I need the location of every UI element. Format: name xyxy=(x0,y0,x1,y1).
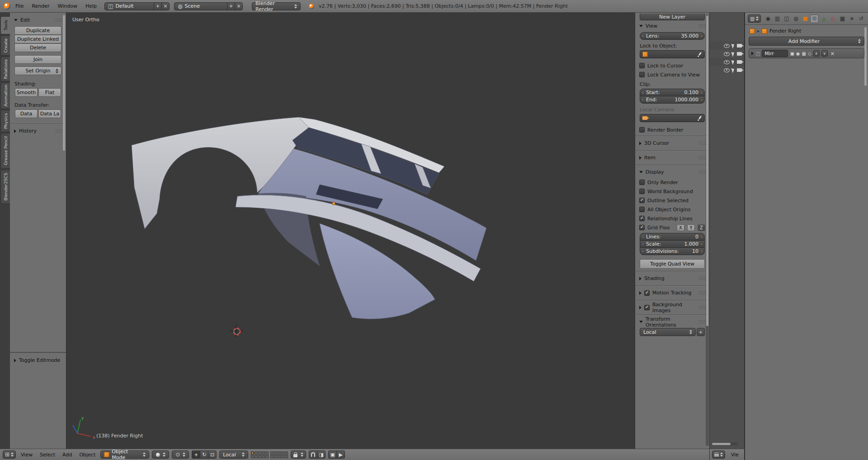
tab-scene[interactable]: ◫ xyxy=(783,14,791,23)
duplicate-linked-button[interactable]: Duplicate Linked xyxy=(14,35,61,43)
renderability-camera-icon[interactable] xyxy=(737,44,742,47)
layer-cell[interactable] xyxy=(278,451,281,455)
grid-scale-field[interactable]: Scale: 1.000 xyxy=(640,240,705,248)
grid-y-toggle[interactable]: Y xyxy=(687,224,695,231)
panel-header-3d-cursor[interactable]: 3D Cursor xyxy=(639,138,705,148)
editor-type-button[interactable]: ⊞ xyxy=(3,451,16,459)
modifier-move-up-button[interactable]: ∧ xyxy=(813,50,820,57)
modifier-editmode-toggle[interactable]: ▦ xyxy=(802,51,806,56)
rotate-manipulator-button[interactable]: ↻ xyxy=(200,451,208,459)
scale-manipulator-button[interactable]: ⊡ xyxy=(208,451,217,459)
panel-header-history[interactable]: History xyxy=(14,126,62,136)
outliner-row[interactable] xyxy=(710,66,744,74)
shade-smooth-button[interactable]: Smooth xyxy=(15,88,38,97)
tab-grease-pencil[interactable]: Grease Pencil xyxy=(0,133,10,169)
lock-to-object-field[interactable] xyxy=(640,50,705,58)
panel-drag-dots-icon[interactable] xyxy=(698,291,705,295)
panel-header-toggle-editmode[interactable]: Toggle Editmode xyxy=(14,356,62,365)
expand-modifier-triangle-icon[interactable] xyxy=(751,52,754,55)
mode-dropdown[interactable]: Object Mode xyxy=(100,451,149,459)
panel-header-shading[interactable]: Shading xyxy=(639,274,705,283)
tool-shelf-scrollbar[interactable] xyxy=(62,15,66,205)
checkbox[interactable] xyxy=(639,72,645,77)
layer-cell[interactable] xyxy=(265,451,269,455)
panel-drag-dots-icon[interactable] xyxy=(698,170,705,174)
tab-material[interactable]: ◐ xyxy=(829,14,838,23)
relationship-lines-row[interactable]: Relationship Lines xyxy=(639,215,705,222)
outliner-hscrollbar[interactable] xyxy=(712,442,738,446)
layer-group-1[interactable] xyxy=(251,451,269,458)
layer-cell[interactable] xyxy=(278,455,281,458)
layer-cell[interactable] xyxy=(251,451,254,455)
render-engine-dropdown[interactable]: Blender Render xyxy=(252,2,301,10)
set-origin-dropdown[interactable]: Set Origin xyxy=(14,66,61,75)
visibility-eye-icon[interactable] xyxy=(724,44,730,48)
breadcrumb-mesh-icon[interactable] xyxy=(762,28,767,34)
outliner-row[interactable] xyxy=(710,58,744,66)
selectability-cursor-icon[interactable] xyxy=(731,59,735,65)
grid-z-toggle[interactable]: Z xyxy=(698,224,705,231)
layer-cell[interactable] xyxy=(274,455,277,458)
3d-cursor[interactable] xyxy=(231,326,241,336)
panel-header-motion-tracking[interactable]: Motion Tracking xyxy=(639,288,705,298)
grid-x-toggle[interactable]: X xyxy=(677,224,684,231)
panel-drag-dots-icon[interactable] xyxy=(698,24,705,28)
grid-subdivisions-field[interactable]: Subdivisions: 10 xyxy=(640,247,705,255)
grid-lines-field[interactable]: Lines: 0 xyxy=(640,233,705,241)
add-modifier-dropdown[interactable]: Add Modifier xyxy=(749,37,864,46)
panel-header-view[interactable]: View xyxy=(639,21,705,31)
layer-cell[interactable] xyxy=(265,455,269,458)
modifier-name-field[interactable]: Mirr xyxy=(762,50,788,57)
checkbox[interactable] xyxy=(639,225,645,230)
delete-layout-button[interactable]: × xyxy=(161,2,170,10)
viewport-3d[interactable]: User Ortho (138) Fender Right x y xyxy=(66,13,635,449)
add-orientation-button[interactable]: + xyxy=(697,328,705,336)
menu-file[interactable]: File xyxy=(12,3,27,9)
panel-drag-dots-icon[interactable] xyxy=(698,305,705,309)
world-background-row[interactable]: World Background xyxy=(639,188,705,195)
opengl-render-anim-button[interactable]: ▶ xyxy=(336,451,345,459)
transform-orientation-dropdown[interactable]: Local xyxy=(219,451,248,459)
viewport-shading-dropdown[interactable] xyxy=(152,451,169,459)
tab-object[interactable]: ■ xyxy=(801,14,810,23)
menu-view[interactable]: View xyxy=(19,452,35,458)
snap-element-dropdown[interactable]: ◨ xyxy=(317,451,326,459)
menu-add[interactable]: Add xyxy=(60,452,74,458)
checkbox[interactable] xyxy=(639,216,645,221)
toggle-quad-view-button[interactable]: Toggle Quad View xyxy=(640,259,705,269)
clip-end-field[interactable]: End: 1000.000 xyxy=(640,96,705,104)
delete-button[interactable]: Delete xyxy=(14,43,61,52)
add-layout-button[interactable]: + xyxy=(154,2,162,10)
layer-cell[interactable] xyxy=(258,455,261,458)
visibility-eye-icon[interactable] xyxy=(724,52,730,56)
outliner-editor[interactable]: Vie xyxy=(709,13,745,460)
layer-cell[interactable] xyxy=(258,451,261,455)
outline-selected-row[interactable]: Outline Selected xyxy=(639,197,705,204)
visibility-eye-icon[interactable] xyxy=(724,60,730,64)
checkbox[interactable] xyxy=(639,127,645,133)
opengl-render-still-button[interactable]: ▣ xyxy=(328,451,337,459)
local-camera-field[interactable] xyxy=(640,114,705,122)
outliner-view-menu[interactable]: Vie xyxy=(728,452,742,458)
eyedropper-icon[interactable] xyxy=(697,52,702,57)
tab-physics[interactable]: Physics xyxy=(0,110,10,132)
snap-magnet-button[interactable] xyxy=(309,451,317,459)
tab-modifiers[interactable]: ⚙ xyxy=(810,14,819,23)
layer-cell[interactable] xyxy=(270,451,274,455)
renderability-camera-icon[interactable] xyxy=(737,52,742,56)
renderability-camera-icon[interactable] xyxy=(737,60,742,64)
modifier-render-toggle[interactable]: ▣ xyxy=(790,51,794,56)
panel-header-display[interactable]: Display xyxy=(639,167,705,177)
grid-floor-row[interactable]: Grid Floo X Y Z xyxy=(639,224,705,231)
car-mesh-model[interactable] xyxy=(66,13,635,449)
checkbox[interactable] xyxy=(639,180,645,185)
render-border-row[interactable]: Render Border xyxy=(639,126,705,133)
scene-dropdown[interactable]: ◍ Scene xyxy=(174,2,227,10)
panel-drag-dots-icon[interactable] xyxy=(698,320,705,324)
tab-animation[interactable]: Animation xyxy=(0,82,10,109)
tab-physics[interactable]: ↺ xyxy=(857,14,865,23)
add-scene-button[interactable]: + xyxy=(227,2,235,10)
panel-drag-dots-icon[interactable] xyxy=(698,156,705,160)
modifier-delete-button[interactable]: × xyxy=(830,51,835,57)
visibility-eye-icon[interactable] xyxy=(724,68,730,72)
